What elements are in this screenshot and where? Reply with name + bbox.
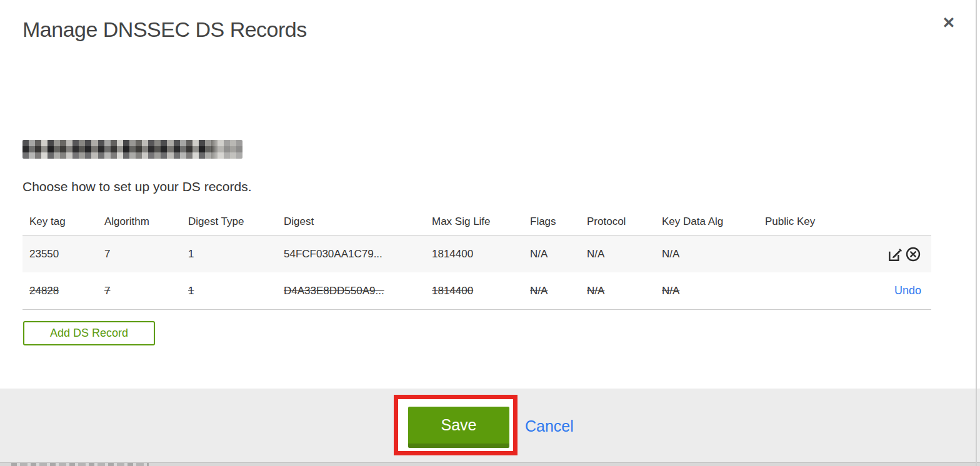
table-row-deleted: 24828 7 1 D4A33E8DD550A9... 1814400 N/A … xyxy=(22,272,931,310)
add-ds-record-button[interactable]: Add DS Record xyxy=(23,321,155,345)
undo-link[interactable]: Undo xyxy=(894,284,921,297)
cell-key-tag: 23550 xyxy=(22,248,98,260)
col-header-key-tag: Key tag xyxy=(22,216,98,228)
save-button[interactable]: Save xyxy=(408,407,509,448)
close-icon[interactable]: ✕ xyxy=(939,12,959,32)
col-header-public-key: Public Key xyxy=(758,216,875,228)
dnssec-ds-records-dialog: Manage DNSSEC DS Records ✕ Choose how to… xyxy=(0,0,980,466)
cell-max-sig-life: 1814400 xyxy=(425,248,523,260)
col-header-digest-type: Digest Type xyxy=(181,216,277,228)
redacted-domain-name xyxy=(22,140,242,159)
cell-digest-type: 1 xyxy=(181,285,277,297)
cell-flags: N/A xyxy=(523,285,580,297)
col-header-algorithm: Algorithm xyxy=(98,216,181,228)
col-header-flags: Flags xyxy=(523,216,580,228)
delete-icon[interactable] xyxy=(904,245,921,262)
cell-key-tag: 24828 xyxy=(22,285,98,297)
edit-icon[interactable] xyxy=(886,245,903,262)
cell-key-data-alg: N/A xyxy=(655,248,758,260)
cell-flags: N/A xyxy=(523,248,580,260)
cell-algorithm: 7 xyxy=(98,285,181,297)
cancel-link[interactable]: Cancel xyxy=(525,417,574,435)
table-header-row: Key tag Algorithm Digest Type Digest Max… xyxy=(22,208,931,235)
page-title: Manage DNSSEC DS Records xyxy=(22,17,307,42)
cell-digest: 54FCF030AA1C79... xyxy=(277,248,425,260)
subtitle: Choose how to set up your DS records. xyxy=(22,179,252,194)
dialog-right-border xyxy=(976,0,977,466)
row-actions: Undo xyxy=(875,284,931,297)
cell-key-data-alg: N/A xyxy=(655,285,758,297)
cell-protocol: N/A xyxy=(580,248,655,260)
col-header-digest: Digest xyxy=(277,216,425,228)
cell-protocol: N/A xyxy=(580,285,655,297)
col-header-key-data-alg: Key Data Alg xyxy=(655,216,758,228)
background-page-content-sliver xyxy=(11,463,149,466)
col-header-max-sig-life: Max Sig Life xyxy=(425,216,523,228)
table-row: 23550 7 1 54FCF030AA1C79... 1814400 N/A … xyxy=(22,235,931,272)
cell-algorithm: 7 xyxy=(98,248,181,260)
ds-records-table: Key tag Algorithm Digest Type Digest Max… xyxy=(22,208,931,310)
cell-digest-type: 1 xyxy=(181,248,277,260)
cell-max-sig-life: 1814400 xyxy=(425,285,523,297)
cell-digest: D4A33E8DD550A9... xyxy=(277,285,425,297)
col-header-protocol: Protocol xyxy=(580,216,655,228)
row-actions xyxy=(875,245,931,262)
